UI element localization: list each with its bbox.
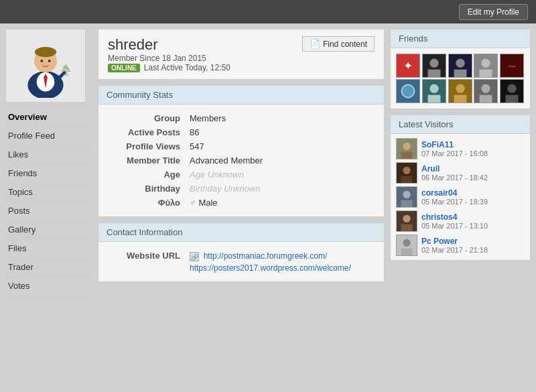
svg-rect-17 bbox=[427, 70, 440, 77]
friends-header: Friends bbox=[391, 29, 530, 48]
nav-item-trader[interactable]: Trader bbox=[5, 258, 92, 277]
svg-rect-30 bbox=[427, 95, 440, 103]
svg-rect-45 bbox=[401, 176, 413, 183]
visitors-list: SoFiA11 07 Mar 2017 - 16:08 AruiI 06 Mar… bbox=[391, 134, 530, 260]
nav-item-profile-feed[interactable]: Profile Feed bbox=[5, 127, 92, 145]
stat-value-profile-views: 547 bbox=[187, 139, 376, 153]
link-icon-1: 🔗 bbox=[190, 252, 199, 261]
friend-avatar-5[interactable]: ~ bbox=[500, 54, 524, 78]
visitor-row-4: christos4 05 Mar 2017 - 13:10 bbox=[396, 210, 525, 232]
stat-label-gender: Φύλο bbox=[107, 196, 187, 210]
svg-point-29 bbox=[429, 84, 438, 93]
friend-avatar-10[interactable] bbox=[500, 79, 524, 103]
visitor-name-4[interactable]: christos4 bbox=[421, 212, 488, 222]
visitor-row-2: AruiI 06 Mar 2017 - 18:42 bbox=[396, 162, 525, 184]
contact-value-website: 🔗 http://postmaniac.forumgreek.com/ http… bbox=[187, 249, 376, 275]
contact-label-website: Website URL bbox=[107, 249, 187, 275]
friend-avatar-1[interactable]: ✦ bbox=[396, 54, 420, 78]
friend-avatar-9[interactable] bbox=[474, 79, 498, 103]
find-content-button[interactable]: 📄 Find content bbox=[302, 36, 375, 52]
svg-point-22 bbox=[482, 59, 490, 68]
community-stats-header: Community Stats bbox=[98, 86, 384, 105]
find-content-label: Find content bbox=[323, 40, 367, 49]
svg-text:✦: ✦ bbox=[403, 60, 413, 72]
nav-item-friends[interactable]: Friends bbox=[5, 164, 92, 183]
latest-visitors-header: Latest Visitors bbox=[391, 115, 530, 134]
stat-label-profile-views: Profile Views bbox=[107, 139, 187, 153]
gender-value: Male bbox=[198, 198, 217, 208]
visitor-date-3: 05 Mar 2017 - 18:39 bbox=[421, 198, 488, 206]
stat-row-profile-views: Profile Views 547 bbox=[107, 139, 376, 153]
top-bar: Edit my Profile bbox=[0, 0, 536, 23]
visitor-thumb-5 bbox=[396, 235, 417, 256]
svg-rect-33 bbox=[454, 95, 466, 103]
visitor-name-1[interactable]: SoFiA11 bbox=[421, 140, 488, 149]
main-content: Overview Profile Feed Likes Friends Topi… bbox=[0, 23, 536, 301]
svg-rect-39 bbox=[506, 95, 519, 103]
stat-row-gender: Φύλο ♂ Male bbox=[107, 196, 376, 210]
friend-avatar-4[interactable] bbox=[474, 54, 498, 78]
visitor-name-2[interactable]: AruiI bbox=[421, 164, 488, 174]
contact-info-body: Website URL 🔗 http://postmaniac.forumgre… bbox=[98, 242, 384, 281]
nav-item-overview[interactable]: Overview bbox=[5, 108, 92, 127]
friends-grid: ✦ ~ bbox=[391, 48, 530, 109]
visitor-date-2: 06 Mar 2017 - 18:42 bbox=[421, 174, 488, 182]
latest-visitors-box: Latest Visitors SoFiA11 07 Mar 2017 - 16… bbox=[390, 115, 531, 261]
visitor-name-5[interactable]: Pc Power bbox=[421, 237, 488, 246]
friends-box: Friends ✦ ~ bbox=[390, 29, 531, 109]
url-links: 🔗 http://postmaniac.forumgreek.com/ http… bbox=[190, 251, 373, 273]
stat-label-age: Age bbox=[107, 168, 187, 182]
friend-avatar-3[interactable] bbox=[448, 54, 472, 78]
edit-profile-button[interactable]: Edit my Profile bbox=[459, 4, 528, 20]
contact-row-website: Website URL 🔗 http://postmaniac.forumgre… bbox=[107, 249, 376, 275]
friend-avatar-8[interactable] bbox=[448, 79, 472, 103]
avatar-box bbox=[5, 29, 86, 103]
visitor-row-1: SoFiA11 07 Mar 2017 - 16:08 bbox=[396, 138, 525, 159]
svg-text:~: ~ bbox=[508, 58, 516, 74]
nav-item-likes[interactable]: Likes bbox=[5, 145, 92, 164]
stat-row-group: Group Members bbox=[107, 111, 376, 125]
center-column: shreder Member Since 18 Jan 2015 ONLINE … bbox=[98, 29, 385, 296]
friend-avatar-7[interactable] bbox=[422, 79, 446, 103]
stat-label-birthday: Birthday bbox=[107, 182, 187, 196]
visitor-thumb-1 bbox=[396, 138, 417, 159]
svg-point-5 bbox=[40, 60, 43, 62]
visitor-info-4: christos4 05 Mar 2017 - 13:10 bbox=[421, 212, 488, 230]
nav-item-votes[interactable]: Votes bbox=[5, 277, 92, 296]
svg-rect-20 bbox=[454, 70, 466, 77]
stat-row-birthday: Birthday Birthday Unknown bbox=[107, 182, 376, 196]
visitor-name-3[interactable]: corsair04 bbox=[421, 188, 488, 198]
visitor-date-1: 07 Mar 2017 - 16:08 bbox=[421, 149, 488, 157]
visitor-info-1: SoFiA11 07 Mar 2017 - 16:08 bbox=[421, 140, 488, 157]
svg-rect-23 bbox=[480, 70, 492, 77]
visitor-info-2: AruiI 06 Mar 2017 - 18:42 bbox=[421, 164, 488, 182]
profile-name: shreder bbox=[108, 36, 230, 54]
nav-item-topics[interactable]: Topics bbox=[5, 183, 92, 202]
svg-rect-48 bbox=[401, 200, 413, 207]
online-badge: ONLINE bbox=[108, 64, 140, 72]
friend-avatar-2[interactable] bbox=[422, 54, 446, 78]
status-row: ONLINE Last Active Today, 12:50 bbox=[108, 63, 230, 72]
svg-point-50 bbox=[403, 215, 410, 222]
url-link-2[interactable]: https://posters2017.wordpress.com/welcom… bbox=[190, 263, 351, 273]
stat-label-group: Group bbox=[107, 111, 187, 125]
svg-point-32 bbox=[456, 84, 464, 93]
svg-point-16 bbox=[429, 59, 438, 68]
document-icon: 📄 bbox=[310, 39, 320, 49]
stat-value-gender: ♂ Male bbox=[187, 196, 376, 210]
stat-row-active-posts: Active Posts 86 bbox=[107, 125, 376, 139]
nav-item-gallery[interactable]: Gallery bbox=[5, 220, 92, 239]
visitor-date-5: 02 Mar 2017 - 21:18 bbox=[421, 246, 488, 254]
nav-item-files[interactable]: Files bbox=[5, 239, 92, 258]
svg-rect-36 bbox=[480, 95, 492, 103]
url-link-1[interactable]: http://postmaniac.forumgreek.com/ bbox=[204, 251, 328, 261]
community-stats-box: Community Stats Group Members Active Pos… bbox=[98, 85, 385, 217]
nav-item-posts[interactable]: Posts bbox=[5, 202, 92, 220]
stat-label-member-title: Member Title bbox=[107, 153, 187, 168]
nav-menu: Overview Profile Feed Likes Friends Topi… bbox=[5, 108, 92, 296]
visitor-thumb-4 bbox=[396, 210, 417, 232]
friend-avatar-6[interactable] bbox=[396, 79, 420, 103]
stat-row-member-title: Member Title Advanced Member bbox=[107, 153, 376, 168]
svg-point-41 bbox=[403, 143, 410, 150]
stat-value-birthday: Birthday Unknown bbox=[187, 182, 376, 196]
